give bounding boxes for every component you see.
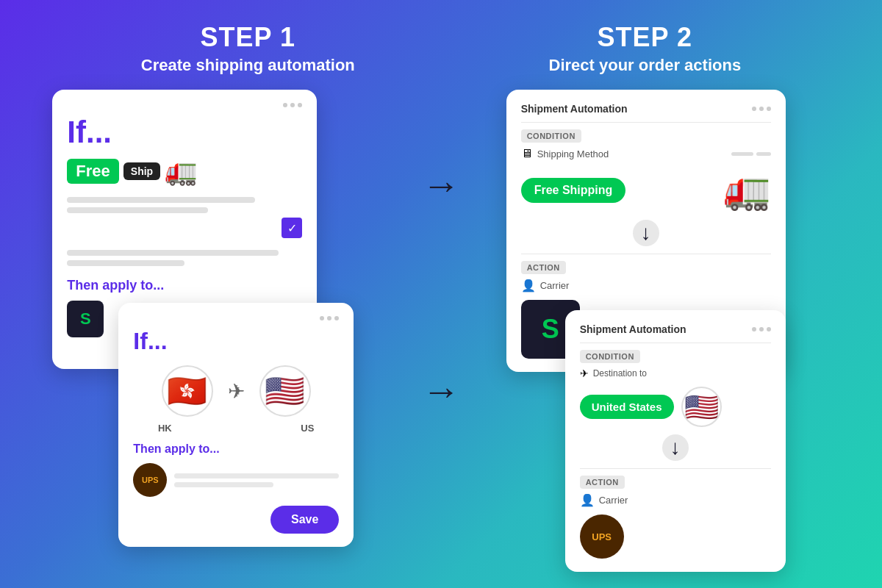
- main-content: If... Free Ship 🚛 ✓ Then apply to... S: [0, 82, 882, 588]
- carrier-icon-2: 👤: [580, 493, 595, 507]
- rc1-dot2: [759, 107, 764, 111]
- ups-logo-sm: UPS: [133, 463, 167, 497]
- dest-icon: ✈: [580, 368, 589, 379]
- dest-method-row: United States 🇺🇸: [580, 387, 771, 427]
- gray-line-3: [67, 250, 279, 256]
- gray-line-4: [67, 260, 184, 266]
- us-label: US: [282, 423, 333, 434]
- rc2-dot1: [752, 327, 756, 331]
- check-box: ✓: [282, 218, 302, 238]
- method-line1: [731, 152, 753, 156]
- dot2: [290, 103, 295, 107]
- ups-logo-lg: UPS: [580, 514, 624, 559]
- rc2-dot2: [759, 327, 764, 331]
- shipping-method-label: Shipping Method: [537, 148, 609, 159]
- hk-label: HK: [139, 423, 190, 434]
- step1-number: STEP 1: [141, 22, 355, 53]
- dot5: [327, 316, 331, 320]
- carrier-row-2: 👤 Carrier: [580, 493, 771, 507]
- rc1-title: Shipment Automation: [521, 103, 628, 115]
- rc2-header: Shipment Automation: [580, 323, 771, 335]
- step1-description: Create shipping automation: [141, 56, 355, 75]
- then-apply-1: Then apply to...: [67, 278, 302, 293]
- carrier-row-1: 👤 Carrier: [521, 279, 771, 293]
- dot1: [283, 103, 287, 107]
- down-arrow-2: ↓: [662, 434, 689, 461]
- flag-labels: HK US: [133, 423, 339, 434]
- rc1-sep2: [521, 254, 771, 254]
- carrier-icon-1: 👤: [521, 279, 536, 293]
- arrow-1: →: [422, 163, 460, 207]
- shipping-method-row: 🖥 Shipping Method: [521, 147, 771, 160]
- rc2-sep2: [580, 468, 771, 469]
- us-flag-circle: 🇺🇸: [681, 387, 722, 427]
- arrow-2: →: [422, 369, 460, 413]
- ship-badge: Ship: [123, 162, 160, 180]
- rc1-header: Shipment Automation: [521, 103, 771, 115]
- left-card-2: If... 🇭🇰 ✈ 🇺🇸 HK US Then apply to... UPS…: [118, 303, 354, 547]
- dot3: [298, 103, 302, 107]
- card2-header: [133, 316, 339, 320]
- step1-label: STEP 1 Create shipping automation: [141, 22, 355, 75]
- gray-line-1: [67, 197, 255, 203]
- ups-line-2: [174, 482, 273, 487]
- flags-row: 🇭🇰 ✈ 🇺🇸: [133, 365, 339, 417]
- shipbob-logo-1: S: [67, 301, 104, 337]
- ups-line-1: [174, 473, 339, 478]
- dot6: [334, 316, 339, 320]
- if-text-1: If...: [67, 115, 302, 150]
- step2-label: STEP 2 Direct your order actions: [549, 22, 742, 75]
- condition-badge-1: Condition: [521, 129, 581, 143]
- rc1-dot3: [767, 107, 771, 111]
- rc2-dots: [752, 327, 771, 331]
- action-badge-1: Action: [521, 261, 566, 274]
- shipbob-s-1: S: [80, 309, 91, 329]
- left-side: If... Free Ship 🚛 ✓ Then apply to... S: [52, 90, 376, 531]
- rc2-sep1: [580, 343, 771, 343]
- rc2-dot3: [767, 327, 771, 331]
- step2-number: STEP 2: [549, 22, 742, 53]
- shipping-icon: 🖥: [521, 147, 533, 160]
- method-line2: [756, 152, 771, 156]
- step2-description: Direct your order actions: [549, 56, 742, 75]
- shipbob-s-lg: S: [542, 314, 559, 345]
- free-ship-badge: Free Ship 🚛: [67, 156, 302, 187]
- us-flag: 🇺🇸: [259, 365, 311, 417]
- rc2-title: Shipment Automation: [580, 323, 686, 335]
- rc1-dot1: [752, 107, 756, 111]
- hk-flag: 🇭🇰: [162, 365, 213, 417]
- rc1-dots: [752, 107, 771, 111]
- carrier-label-1: Carrier: [540, 280, 570, 291]
- dot4: [320, 316, 324, 320]
- truck-icon-1: 🚛: [165, 156, 198, 187]
- gray-lines-1: ✓: [67, 197, 302, 266]
- right-side: Shipment Automation Condition 🖥 Shipping…: [506, 90, 830, 531]
- if-text-2: If...: [133, 328, 339, 355]
- right-card-2: Shipment Automation Condition ✈ Destinat…: [565, 310, 786, 572]
- rc1-sep1: [521, 122, 771, 123]
- card2-dots: [320, 316, 339, 320]
- condition-badge-2: Condition: [580, 350, 640, 363]
- save-button[interactable]: Save: [270, 506, 339, 534]
- free-shipping-button[interactable]: Free Shipping: [521, 178, 626, 203]
- dest-label: Destination to: [593, 368, 647, 379]
- free-badge: Free: [67, 159, 118, 184]
- arrows-column: → →: [422, 90, 460, 413]
- method-row-1: Free Shipping 🚛: [521, 168, 771, 212]
- card1-dots: [283, 103, 302, 107]
- then-apply-2: Then apply to...: [133, 442, 339, 456]
- truck-icon-right: 🚛: [723, 168, 771, 212]
- action-badge-2: Action: [580, 476, 625, 489]
- united-states-button[interactable]: United States: [580, 395, 674, 419]
- steps-header: STEP 1 Create shipping automation STEP 2…: [0, 0, 882, 82]
- destination-row: ✈ Destination to: [580, 368, 771, 379]
- gray-line-2: [67, 207, 208, 213]
- card1-header: [67, 103, 302, 107]
- plane-icon: ✈: [228, 379, 245, 404]
- down-arrow-1: ↓: [633, 220, 659, 246]
- carrier-label-2: Carrier: [599, 495, 628, 506]
